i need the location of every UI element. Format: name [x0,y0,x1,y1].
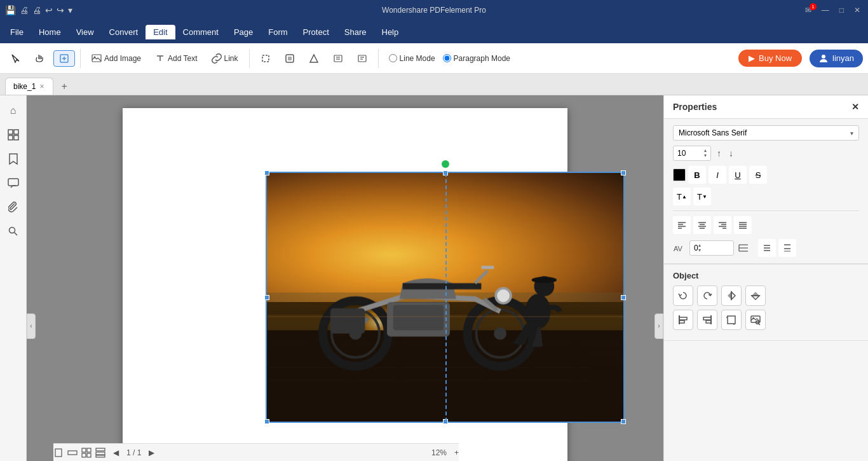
fit-page-icon[interactable] [53,448,64,458]
replace-image-button[interactable] [745,310,766,330]
handle-top-left[interactable] [264,170,269,175]
list1-tool[interactable] [327,50,349,67]
increase-size-button[interactable]: ↑ [715,148,723,158]
font-size-input[interactable]: 10 ▴ ▾ [673,146,711,161]
handle-top-right[interactable] [621,170,626,175]
tab-add-button[interactable]: + [56,78,72,95]
decrease-size-button[interactable]: ↓ [727,148,735,158]
subscript-button[interactable]: T▼ [693,188,711,205]
crop-tool[interactable] [255,50,276,67]
line-spacing-option-1[interactable] [758,239,776,257]
rotation-handle[interactable] [442,160,449,168]
menu-form[interactable]: Form [261,25,295,39]
align-right-button[interactable] [714,216,731,234]
user-button[interactable]: linyan [810,50,863,67]
align-justify-button[interactable] [734,216,752,234]
sidebar-comments[interactable] [3,173,24,193]
dropdown-icon[interactable]: ▾ [68,5,72,15]
line-spacing-option-2[interactable] [778,239,796,257]
char-spacing-input[interactable]: 0 ▴ ▾ [689,240,734,256]
handle-top-center[interactable] [443,170,448,175]
link-btn[interactable]: Link [206,50,244,67]
image-container[interactable] [266,172,625,423]
flip-vertical-button[interactable] [745,286,766,306]
menu-edit[interactable]: Edit [146,25,175,39]
handle-mid-left[interactable] [264,295,269,300]
add-image-btn[interactable]: Add Image [86,50,147,67]
fit-width-icon[interactable] [67,448,78,458]
italic-button[interactable]: I [709,166,726,184]
align-center-button[interactable] [693,216,711,234]
mask-tool[interactable] [279,50,301,67]
crop-image-button[interactable] [721,310,742,330]
menu-home[interactable]: Home [31,25,69,39]
page-icons[interactable] [53,448,105,458]
menu-protect[interactable]: Protect [295,25,337,39]
tab-close-button[interactable]: × [39,82,44,91]
menu-view[interactable]: View [69,25,102,39]
svg-marker-94 [731,292,735,299]
font-size-down[interactable]: ▾ [704,153,707,158]
sidebar-home[interactable]: ⌂ [3,100,24,121]
align-left-edge-button[interactable] [673,310,693,330]
superscript-button[interactable]: T▲ [673,188,691,205]
sidebar-bookmarks[interactable] [3,149,24,169]
sidebar-search[interactable] [3,221,24,242]
tab-bike1[interactable]: bike_1 × [5,78,53,95]
shape-tool[interactable] [303,50,325,67]
object-section: Object [664,265,868,341]
undo-icon[interactable]: ↩ [45,5,53,15]
buy-now-button[interactable]: ▶ Buy Now [738,50,802,67]
list2-tool[interactable] [351,50,373,67]
menu-comment[interactable]: Comment [175,25,226,39]
panel-close-button[interactable]: ✕ [851,102,859,112]
collapse-handle[interactable]: ‹ [27,313,36,339]
line-mode-radio[interactable] [389,54,397,62]
handle-bottom-right[interactable] [621,419,626,424]
menu-page[interactable]: Page [226,25,261,39]
text-color-swatch[interactable] [673,169,686,181]
char-spacing-down[interactable]: ▾ [698,248,701,253]
right-panel-collapse[interactable]: › [654,313,663,339]
font-family-selector[interactable]: Microsoft Sans Serif ▾ [673,125,859,141]
sidebar-attachments[interactable] [3,197,24,217]
rotate-ccw-button[interactable] [673,286,693,306]
menu-help[interactable]: Help [374,25,407,39]
sidebar-thumbnails[interactable] [3,125,24,145]
add-text-btn[interactable]: Add Text [149,50,203,67]
handle-bottom-left[interactable] [264,419,269,424]
menu-file[interactable]: File [3,25,31,39]
scroll-view-icon[interactable] [95,448,105,458]
menu-share[interactable]: Share [337,25,374,39]
align-left-button[interactable] [673,216,691,234]
rotate-cw-button[interactable] [697,286,717,306]
print2-icon[interactable]: 🖨 [32,5,41,15]
align-right-edge-button[interactable] [697,310,717,330]
prev-page-btn[interactable]: ◀ [113,448,119,457]
paragraph-mode-radio[interactable] [443,54,451,62]
zoom-plus-icon[interactable]: + [454,448,459,457]
redo-icon[interactable]: ↪ [57,5,64,15]
save-icon[interactable]: 💾 [5,5,16,15]
flip-horizontal-button[interactable] [721,286,742,306]
svg-rect-101 [703,317,711,320]
underline-button[interactable]: U [729,166,747,184]
grid-view-icon[interactable] [81,448,92,458]
hand-tool[interactable] [29,50,51,67]
close-button[interactable]: ✕ [851,6,863,15]
handle-mid-right[interactable] [621,295,626,300]
minimize-button[interactable]: — [819,6,832,15]
next-page-btn[interactable]: ▶ [149,448,154,457]
paragraph-mode-label[interactable]: Paragraph Mode [443,54,510,63]
menu-convert[interactable]: Convert [102,25,146,39]
bold-button[interactable]: B [688,166,706,184]
strikethrough-button[interactable]: S [749,166,767,184]
paragraph-mode-text: Paragraph Mode [454,54,510,63]
notification-icon[interactable]: ✉1 [803,6,814,15]
maximize-button[interactable]: □ [837,6,846,15]
print-icon[interactable]: 🖨 [20,5,29,15]
edit-text-tool[interactable] [53,50,75,67]
handle-bottom-center[interactable] [443,419,448,424]
line-mode-label[interactable]: Line Mode [389,54,435,63]
select-tool[interactable] [5,50,27,67]
